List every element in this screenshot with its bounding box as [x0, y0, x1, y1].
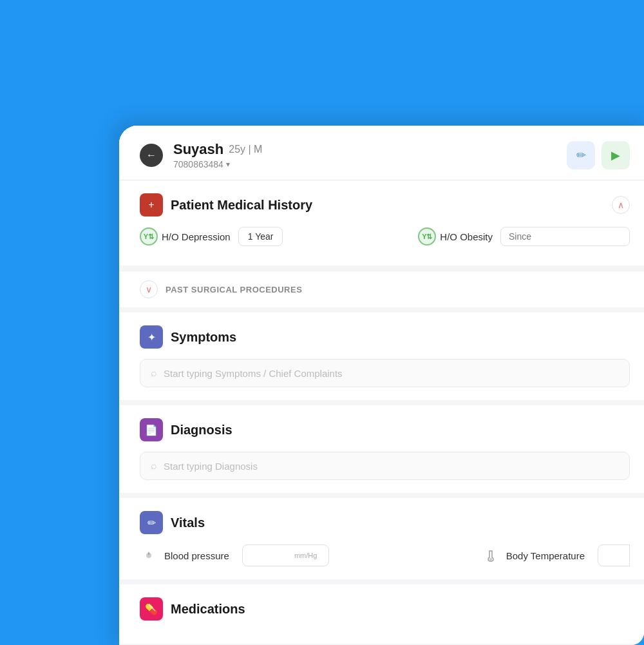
patient-name-row: Suyash 25y | M: [173, 141, 556, 158]
medications-icon: 💊: [140, 597, 163, 621]
depression-y-badge: Y⇅: [140, 227, 158, 245]
diagnosis-icon-symbol: 📄: [145, 424, 158, 436]
diagnosis-search-row[interactable]: ⌕ Start typing Diagnosis: [140, 452, 630, 480]
obesity-y-badge: Y⇅: [418, 227, 436, 245]
diagnosis-icon: 📄: [140, 418, 163, 441]
vitals-icon-symbol: ✏: [147, 517, 156, 529]
video-icon: ▶: [611, 148, 620, 162]
header-actions: ✏ ▶: [567, 141, 630, 169]
symptoms-search-row[interactable]: ⌕ Start typing Symptoms / Chief Complain…: [140, 359, 630, 387]
blood-pressure-unit: mm/Hg: [294, 552, 322, 559]
svg-point-1: [489, 558, 492, 561]
depression-duration-display: 1 Year: [238, 227, 283, 246]
patient-name: Suyash: [173, 141, 223, 158]
collapse-medical-history-button[interactable]: ∧: [612, 196, 630, 214]
conditions-row: Y⇅ H/O Depression 1 Year Y⇅ H/O Obesity: [140, 227, 630, 246]
medical-history-header: + Patient Medical History ∧: [140, 193, 630, 217]
expand-surgical-button[interactable]: ∨: [140, 280, 158, 298]
patient-phone: 7080863484: [173, 159, 223, 169]
symptoms-header: ✦ Symptoms: [140, 325, 630, 349]
patient-phone-row: 7080863484 ▾: [173, 159, 556, 169]
past-surgical-label: PAST SURGICAL PROCEDURES: [166, 285, 302, 294]
edit-button[interactable]: ✏: [567, 141, 595, 169]
content-area: ← Suyash 25y | M 7080863484 ▾ ✏: [119, 126, 644, 645]
main-card: ← Suyash 25y | M 7080863484 ▾ ✏: [119, 126, 644, 645]
medications-header: 💊 Medications: [140, 597, 630, 621]
blood-pressure-icon: [140, 546, 158, 564]
depression-duration-value: 1 Year: [248, 231, 274, 242]
back-arrow-icon: ←: [146, 149, 156, 161]
diagnosis-title: Diagnosis: [171, 423, 232, 438]
vitals-row: Blood pressure mm/Hg: [140, 544, 630, 566]
medical-history-section: + Patient Medical History ∧ Y⇅ H/O Depre…: [119, 180, 644, 265]
symptoms-search-placeholder: Start typing Symptoms / Chief Complaints: [164, 368, 343, 379]
diagnosis-header: 📄 Diagnosis: [140, 418, 630, 441]
header: ← Suyash 25y | M 7080863484 ▾ ✏: [119, 126, 644, 180]
edit-icon: ✏: [576, 148, 586, 162]
medical-icon-symbol: +: [148, 199, 154, 211]
depression-name: H/O Depression: [162, 231, 231, 242]
obesity-name: H/O Obesity: [440, 231, 493, 242]
blood-pressure-input[interactable]: [249, 550, 294, 561]
vitals-header: ✏ Vitals: [140, 511, 630, 534]
medications-icon-symbol: 💊: [145, 603, 158, 615]
obesity-since-input[interactable]: [500, 227, 630, 246]
patient-info: Suyash 25y | M 7080863484 ▾: [173, 141, 556, 169]
symptoms-search-icon: ⌕: [151, 367, 157, 379]
body-temperature-label: Body Temperature: [506, 550, 585, 561]
symptoms-section: ✦ Symptoms ⌕ Start typing Symptoms / Chi…: [119, 313, 644, 400]
depression-condition: Y⇅ H/O Depression: [140, 227, 231, 245]
vitals-icon: ✏: [140, 511, 163, 534]
back-button[interactable]: ←: [140, 144, 163, 167]
body-temperature-icon: [482, 546, 500, 564]
patient-meta: 25y | M: [229, 144, 262, 155]
medications-title: Medications: [171, 602, 245, 617]
body-temperature-item: Body Temperature: [482, 546, 585, 564]
expand-icon: ∨: [146, 284, 152, 294]
past-surgical-section: ∨ PAST SURGICAL PROCEDURES: [119, 271, 644, 307]
app-container: ← Suyash 25y | M 7080863484 ▾ ✏: [0, 0, 644, 645]
body-temperature-input[interactable]: [602, 550, 625, 561]
blood-pressure-item: Blood pressure: [140, 546, 229, 564]
vitals-title: Vitals: [171, 515, 205, 530]
obesity-condition: Y⇅ H/O Obesity: [418, 227, 493, 245]
body-temperature-input-container[interactable]: [598, 544, 630, 566]
blood-pressure-label: Blood pressure: [164, 550, 229, 561]
diagnosis-section: 📄 Diagnosis ⌕ Start typing Diagnosis: [119, 405, 644, 493]
medical-history-icon: +: [140, 193, 163, 217]
medications-section: 💊 Medications: [119, 584, 644, 644]
medical-history-title: Patient Medical History: [171, 198, 312, 213]
symptoms-title: Symptoms: [171, 330, 236, 345]
video-button[interactable]: ▶: [601, 141, 630, 169]
diagnosis-search-icon: ⌕: [151, 460, 157, 472]
blood-pressure-input-container[interactable]: mm/Hg: [242, 544, 329, 566]
symptoms-icon: ✦: [140, 325, 163, 349]
symptoms-icon-symbol: ✦: [147, 331, 156, 343]
phone-dropdown-icon[interactable]: ▾: [226, 160, 230, 169]
vitals-section: ✏ Vitals Blood pressure: [119, 498, 644, 579]
diagnosis-search-placeholder: Start typing Diagnosis: [164, 461, 258, 472]
collapse-icon: ∧: [618, 200, 624, 210]
